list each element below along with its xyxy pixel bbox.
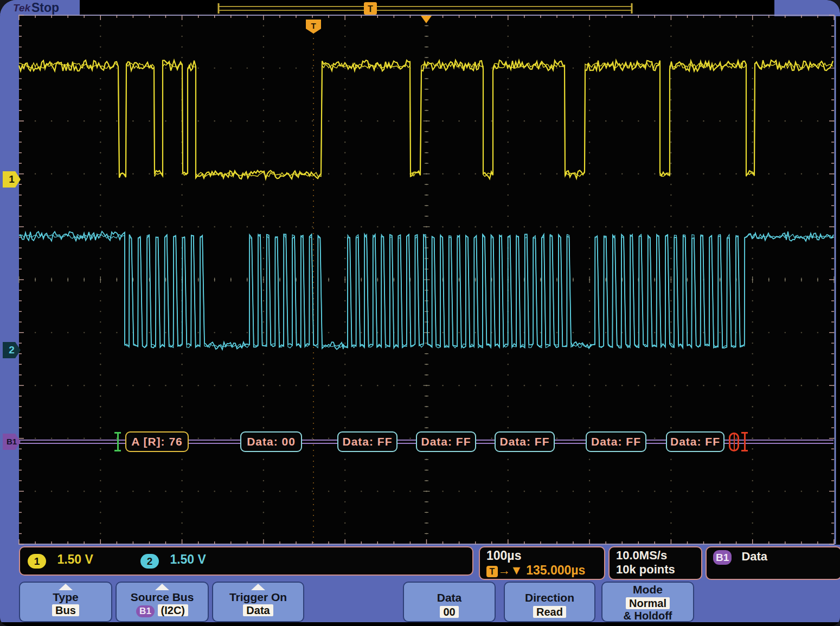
left-bezel bbox=[0, 0, 19, 545]
timebase-scale: 100µs bbox=[486, 548, 604, 563]
channel1-scale: 1.50 V bbox=[57, 552, 93, 566]
decode-data-box: Data: FF bbox=[416, 431, 476, 452]
oscilloscope-screen: Tek Stop T T 1 2 B1 A [R]: 76 Data: 00 D… bbox=[0, 0, 840, 626]
timebase-readout: 100µs T→▼ 135.000µs bbox=[479, 546, 605, 580]
sample-rate: 10.0MS/s bbox=[616, 548, 701, 563]
source-bus-value: (I2C) bbox=[158, 604, 188, 616]
menu-button-mode[interactable]: Mode Normal & Holdoff bbox=[601, 582, 694, 622]
acquisition-status: Stop bbox=[31, 1, 59, 15]
trigger-t-badge: T bbox=[486, 566, 498, 577]
decode-data-box: Data: FF bbox=[586, 431, 646, 452]
decode-data-box: Data: 00 bbox=[240, 431, 302, 452]
channel2-scale: 1.50 V bbox=[170, 552, 206, 566]
i2c-missing-ack-icon bbox=[729, 433, 739, 451]
record-view-bar bbox=[219, 3, 632, 14]
menu-button-direction[interactable]: Direction Read bbox=[504, 582, 595, 622]
top-right-bezel bbox=[774, 0, 840, 16]
menu-button-data[interactable]: Data 00 bbox=[403, 582, 496, 622]
trigger-arrow-icon: →▼ bbox=[498, 563, 523, 577]
menu-button-trigger-on[interactable]: Trigger On Data bbox=[212, 582, 304, 622]
tek-logo: Tek bbox=[13, 2, 30, 14]
bus-label: Data bbox=[741, 550, 767, 563]
decode-data-box: Data: FF bbox=[666, 431, 724, 452]
trigger-delay-value: 135.000µs bbox=[526, 563, 585, 577]
record-length: 10k points bbox=[616, 563, 701, 577]
acquisition-readout: 10.0MS/s 10k points bbox=[608, 546, 702, 580]
mode-value-extra: & Holdoff bbox=[624, 610, 672, 622]
channel-scale-readout: 1 1.50 V 2 1.50 V bbox=[19, 546, 473, 576]
record-trigger-t-icon: T bbox=[364, 2, 377, 15]
bus-b1-badge: B1 bbox=[713, 550, 732, 565]
chevron-up-icon bbox=[251, 584, 265, 590]
decode-address-box: A [R]: 76 bbox=[125, 431, 189, 452]
decode-data-box: Data: FF bbox=[337, 431, 397, 452]
i2c-start-condition-icon bbox=[114, 432, 121, 451]
mode-value: Normal bbox=[626, 597, 670, 609]
direction-value: Read bbox=[533, 606, 566, 618]
data-value: 00 bbox=[440, 606, 458, 618]
channel1-badge: 1 bbox=[28, 554, 46, 569]
svg-text:T: T bbox=[368, 4, 373, 14]
type-value: Bus bbox=[52, 604, 79, 616]
bus-readout: B1 Data bbox=[706, 546, 840, 580]
menu-button-type[interactable]: Type Bus bbox=[19, 582, 112, 622]
source-bus-b1-badge: B1 bbox=[136, 605, 155, 617]
chevron-up-icon bbox=[155, 584, 169, 590]
i2c-stop-condition-icon bbox=[741, 432, 748, 451]
trigger-on-value: Data bbox=[243, 604, 273, 616]
decode-data-box: Data: FF bbox=[495, 431, 555, 452]
graticule-area bbox=[19, 15, 834, 544]
menu-button-source-bus[interactable]: Source Bus B1 (I2C) bbox=[116, 582, 209, 622]
channel2-badge: 2 bbox=[140, 554, 159, 569]
chevron-up-icon bbox=[59, 584, 73, 590]
